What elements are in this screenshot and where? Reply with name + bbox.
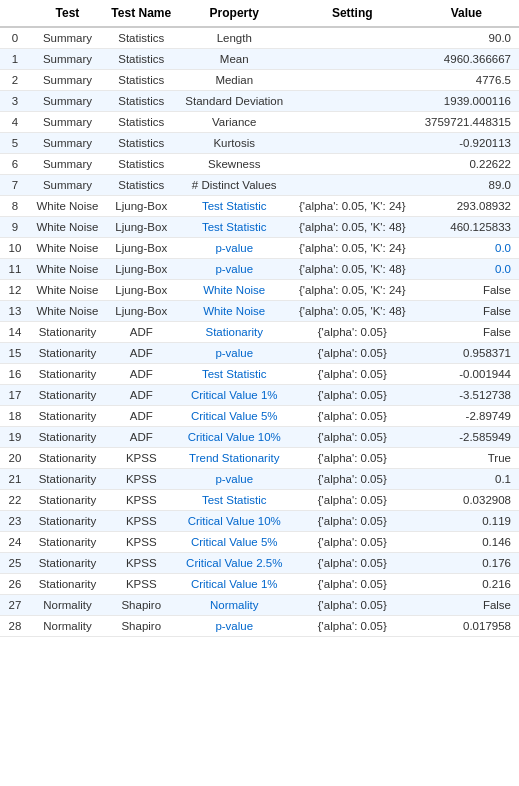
cell-test: Summary bbox=[30, 154, 105, 175]
cell-value: 90.0 bbox=[414, 27, 519, 49]
cell-setting bbox=[291, 133, 414, 154]
cell-test: White Noise bbox=[30, 217, 105, 238]
cell-property: White Noise bbox=[178, 301, 291, 322]
cell-property: Mean bbox=[178, 49, 291, 70]
cell-test: Stationarity bbox=[30, 322, 105, 343]
cell-value: 4960.366667 bbox=[414, 49, 519, 70]
cell-value: 0.0 bbox=[414, 259, 519, 280]
cell-property: p-value bbox=[178, 469, 291, 490]
cell-test: Summary bbox=[30, 27, 105, 49]
cell-index: 23 bbox=[0, 511, 30, 532]
cell-value: 0.032908 bbox=[414, 490, 519, 511]
cell-test-name: Shapiro bbox=[105, 595, 178, 616]
col-header-value: Value bbox=[414, 0, 519, 27]
cell-property: Variance bbox=[178, 112, 291, 133]
cell-index: 4 bbox=[0, 112, 30, 133]
cell-index: 18 bbox=[0, 406, 30, 427]
cell-index: 7 bbox=[0, 175, 30, 196]
cell-index: 1 bbox=[0, 49, 30, 70]
cell-index: 13 bbox=[0, 301, 30, 322]
cell-property: Length bbox=[178, 27, 291, 49]
cell-property: Normality bbox=[178, 595, 291, 616]
cell-value: 0.119 bbox=[414, 511, 519, 532]
cell-property: Stationarity bbox=[178, 322, 291, 343]
cell-property: p-value bbox=[178, 238, 291, 259]
cell-test: Stationarity bbox=[30, 511, 105, 532]
cell-test: Stationarity bbox=[30, 364, 105, 385]
cell-value: -3.512738 bbox=[414, 385, 519, 406]
cell-test-name: Ljung-Box bbox=[105, 217, 178, 238]
cell-value: -2.89749 bbox=[414, 406, 519, 427]
cell-test-name: KPSS bbox=[105, 469, 178, 490]
cell-setting bbox=[291, 27, 414, 49]
cell-property: White Noise bbox=[178, 280, 291, 301]
table-row: 9White NoiseLjung-BoxTest Statistic{'alp… bbox=[0, 217, 519, 238]
cell-index: 24 bbox=[0, 532, 30, 553]
table-row: 23StationarityKPSSCritical Value 10%{'al… bbox=[0, 511, 519, 532]
cell-index: 21 bbox=[0, 469, 30, 490]
cell-value: 0.146 bbox=[414, 532, 519, 553]
cell-test: Stationarity bbox=[30, 490, 105, 511]
cell-value: 4776.5 bbox=[414, 70, 519, 91]
cell-test-name: KPSS bbox=[105, 553, 178, 574]
cell-setting: {'alpha': 0.05} bbox=[291, 406, 414, 427]
cell-property: Critical Value 10% bbox=[178, 427, 291, 448]
cell-test: Stationarity bbox=[30, 469, 105, 490]
table-row: 18StationarityADFCritical Value 5%{'alph… bbox=[0, 406, 519, 427]
cell-index: 0 bbox=[0, 27, 30, 49]
cell-value: -0.001944 bbox=[414, 364, 519, 385]
table-row: 5SummaryStatisticsKurtosis-0.920113 bbox=[0, 133, 519, 154]
cell-test-name: KPSS bbox=[105, 532, 178, 553]
cell-index: 27 bbox=[0, 595, 30, 616]
cell-setting: {'alpha': 0.05} bbox=[291, 532, 414, 553]
cell-property: Critical Value 1% bbox=[178, 385, 291, 406]
cell-property: p-value bbox=[178, 343, 291, 364]
table-row: 25StationarityKPSSCritical Value 2.5%{'a… bbox=[0, 553, 519, 574]
table-row: 0SummaryStatisticsLength90.0 bbox=[0, 27, 519, 49]
cell-index: 3 bbox=[0, 91, 30, 112]
cell-value: 89.0 bbox=[414, 175, 519, 196]
cell-setting: {'alpha': 0.05} bbox=[291, 490, 414, 511]
cell-test: White Noise bbox=[30, 196, 105, 217]
table-row: 13White NoiseLjung-BoxWhite Noise{'alpha… bbox=[0, 301, 519, 322]
cell-setting: {'alpha': 0.05} bbox=[291, 343, 414, 364]
cell-index: 28 bbox=[0, 616, 30, 637]
cell-value: False bbox=[414, 322, 519, 343]
cell-index: 16 bbox=[0, 364, 30, 385]
cell-setting bbox=[291, 112, 414, 133]
col-header-test: Test bbox=[30, 0, 105, 27]
table-row: 7SummaryStatistics# Distinct Values89.0 bbox=[0, 175, 519, 196]
cell-test-name: Ljung-Box bbox=[105, 196, 178, 217]
cell-index: 14 bbox=[0, 322, 30, 343]
table-row: 1SummaryStatisticsMean4960.366667 bbox=[0, 49, 519, 70]
cell-index: 6 bbox=[0, 154, 30, 175]
cell-test-name: Statistics bbox=[105, 70, 178, 91]
cell-test-name: Shapiro bbox=[105, 616, 178, 637]
cell-setting: {'alpha': 0.05} bbox=[291, 553, 414, 574]
cell-value: 0.216 bbox=[414, 574, 519, 595]
cell-setting: {'alpha': 0.05} bbox=[291, 322, 414, 343]
cell-property: p-value bbox=[178, 616, 291, 637]
cell-index: 10 bbox=[0, 238, 30, 259]
cell-index: 17 bbox=[0, 385, 30, 406]
col-header-setting: Setting bbox=[291, 0, 414, 27]
cell-setting: {'alpha': 0.05, 'K': 48} bbox=[291, 217, 414, 238]
table-row: 12White NoiseLjung-BoxWhite Noise{'alpha… bbox=[0, 280, 519, 301]
cell-test: Stationarity bbox=[30, 553, 105, 574]
cell-test: Summary bbox=[30, 175, 105, 196]
cell-index: 11 bbox=[0, 259, 30, 280]
cell-setting: {'alpha': 0.05} bbox=[291, 469, 414, 490]
cell-property: Skewness bbox=[178, 154, 291, 175]
table-row: 21StationarityKPSSp-value{'alpha': 0.05}… bbox=[0, 469, 519, 490]
cell-setting bbox=[291, 91, 414, 112]
cell-index: 2 bbox=[0, 70, 30, 91]
cell-index: 8 bbox=[0, 196, 30, 217]
cell-index: 15 bbox=[0, 343, 30, 364]
table-row: 3SummaryStatisticsStandard Deviation1939… bbox=[0, 91, 519, 112]
cell-test: Stationarity bbox=[30, 406, 105, 427]
cell-test: Summary bbox=[30, 70, 105, 91]
cell-setting: {'alpha': 0.05, 'K': 48} bbox=[291, 301, 414, 322]
cell-test-name: ADF bbox=[105, 343, 178, 364]
table-row: 2SummaryStatisticsMedian4776.5 bbox=[0, 70, 519, 91]
cell-test-name: ADF bbox=[105, 385, 178, 406]
